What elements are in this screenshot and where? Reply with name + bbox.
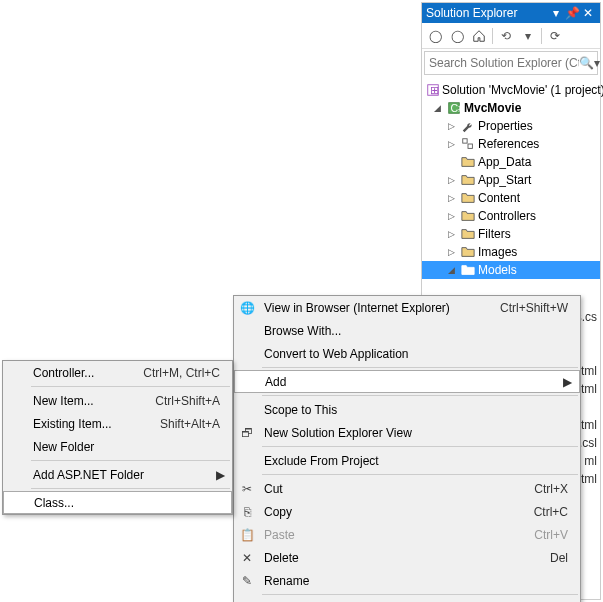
dropdown-icon[interactable]: ▾ (548, 6, 564, 20)
menu-label: Paste (260, 528, 534, 542)
panel-title-label: Solution Explorer (426, 6, 548, 20)
tree-node-app_start[interactable]: ▷App_Start (422, 171, 600, 189)
context-menu-add: Controller...Ctrl+M, Ctrl+CNew Item...Ct… (2, 360, 233, 515)
forward-icon[interactable]: ◯ (448, 27, 466, 45)
menu-item-cut[interactable]: ✂CutCtrl+X (234, 477, 580, 500)
menu-label: Controller... (29, 366, 143, 380)
menu-label: New Solution Explorer View (260, 426, 574, 440)
pin-icon[interactable]: 📌 (564, 6, 580, 20)
menu-item-view-in-browser-internet-explorer-[interactable]: 🌐View in Browser (Internet Explorer)Ctrl… (234, 296, 580, 319)
menu-label: View in Browser (Internet Explorer) (260, 301, 500, 315)
browser-icon: 🌐 (234, 301, 260, 315)
newview-icon: 🗗 (234, 426, 260, 440)
tree-node-content[interactable]: ▷Content (422, 189, 600, 207)
menu-shortcut: Ctrl+C (534, 505, 574, 519)
copy-icon: ⎘ (234, 505, 260, 519)
tree-node-controllers[interactable]: ▷Controllers (422, 207, 600, 225)
menu-separator (262, 446, 578, 447)
tree-node-models[interactable]: ◢Models (422, 261, 600, 279)
menu-item-new-solution-explorer-view[interactable]: 🗗New Solution Explorer View (234, 421, 580, 444)
menu-item-controller-[interactable]: Controller...Ctrl+M, Ctrl+C (3, 361, 232, 384)
svg-text:C#: C# (451, 102, 462, 114)
svg-text:⊞: ⊞ (430, 84, 439, 96)
menu-item-open-folder-in-file-explorer[interactable]: 📂Open Folder in File Explorer (234, 597, 580, 602)
tree-node-properties[interactable]: ▷Properties (422, 117, 600, 135)
panel-titlebar: Solution Explorer ▾ 📌 ✕ (422, 3, 600, 23)
menu-label: Add ASP.NET Folder (29, 468, 216, 482)
close-icon[interactable]: ✕ (580, 6, 596, 20)
tree-node-filters[interactable]: ▷Filters (422, 225, 600, 243)
refresh-icon[interactable]: ⟳ (546, 27, 564, 45)
project-node[interactable]: ◢C#MvcMovie (422, 99, 600, 117)
menu-label: Existing Item... (29, 417, 160, 431)
tree-node-app_data[interactable]: App_Data (422, 153, 600, 171)
rename-icon: ✎ (234, 574, 260, 588)
search-input[interactable] (429, 56, 579, 70)
menu-item-add-asp-net-folder[interactable]: Add ASP.NET Folder▶ (3, 463, 232, 486)
menu-item-new-item-[interactable]: New Item...Ctrl+Shift+A (3, 389, 232, 412)
menu-separator (31, 488, 230, 489)
cut-icon: ✂ (234, 482, 260, 496)
menu-shortcut: Ctrl+X (534, 482, 574, 496)
menu-shortcut: Shift+Alt+A (160, 417, 226, 431)
menu-label: Delete (260, 551, 550, 565)
menu-shortcut: Ctrl+Shift+W (500, 301, 574, 315)
menu-label: New Folder (29, 440, 226, 454)
search-dropdown-icon[interactable]: ▾ (594, 56, 600, 70)
menu-item-paste[interactable]: 📋PasteCtrl+V (234, 523, 580, 546)
svg-rect-4 (463, 139, 467, 143)
menu-label: Scope to This (260, 403, 574, 417)
menu-shortcut: Ctrl+V (534, 528, 574, 542)
search-icon[interactable]: 🔍 (579, 56, 594, 70)
submenu-arrow-icon: ▶ (563, 375, 573, 389)
menu-separator (262, 594, 578, 595)
submenu-arrow-icon: ▶ (216, 468, 226, 482)
menu-separator (31, 460, 230, 461)
menu-item-scope-to-this[interactable]: Scope to This (234, 398, 580, 421)
menu-label: Class... (30, 496, 225, 510)
delete-icon: ✕ (234, 551, 260, 565)
menu-label: Copy (260, 505, 534, 519)
menu-label: Rename (260, 574, 574, 588)
paste-icon: 📋 (234, 528, 260, 542)
tree-node-images[interactable]: ▷Images (422, 243, 600, 261)
dropdown-icon[interactable]: ▾ (519, 27, 537, 45)
solution-tree: ⊞Solution 'MvcMovie' (1 project)◢C#MvcMo… (422, 77, 600, 283)
tree-node-references[interactable]: ▷References (422, 135, 600, 153)
menu-item-add[interactable]: Add▶ (234, 370, 580, 393)
sync-icon[interactable]: ⟲ (497, 27, 515, 45)
menu-separator (262, 395, 578, 396)
context-menu-main: 🌐View in Browser (Internet Explorer)Ctrl… (233, 295, 581, 602)
menu-item-existing-item-[interactable]: Existing Item...Shift+Alt+A (3, 412, 232, 435)
home-icon[interactable] (470, 27, 488, 45)
menu-item-delete[interactable]: ✕DeleteDel (234, 546, 580, 569)
menu-shortcut: Del (550, 551, 574, 565)
search-box[interactable]: 🔍 ▾ (424, 51, 598, 75)
menu-label: New Item... (29, 394, 155, 408)
panel-toolbar: ◯ ◯ ⟲ ▾ ⟳ (422, 23, 600, 49)
svg-rect-5 (468, 144, 472, 148)
menu-separator (31, 386, 230, 387)
menu-shortcut: Ctrl+M, Ctrl+C (143, 366, 226, 380)
menu-label: Convert to Web Application (260, 347, 574, 361)
menu-item-rename[interactable]: ✎Rename (234, 569, 580, 592)
menu-label: Browse With... (260, 324, 574, 338)
menu-separator (262, 367, 578, 368)
menu-item-convert-to-web-application[interactable]: Convert to Web Application (234, 342, 580, 365)
menu-shortcut: Ctrl+Shift+A (155, 394, 226, 408)
menu-item-class-[interactable]: Class... (3, 491, 232, 514)
menu-label: Exclude From Project (260, 454, 574, 468)
menu-item-browse-with-[interactable]: Browse With... (234, 319, 580, 342)
solution-node[interactable]: ⊞Solution 'MvcMovie' (1 project) (422, 81, 600, 99)
menu-label: Add (261, 375, 563, 389)
menu-separator (262, 474, 578, 475)
menu-item-copy[interactable]: ⎘CopyCtrl+C (234, 500, 580, 523)
menu-label: Cut (260, 482, 534, 496)
menu-item-exclude-from-project[interactable]: Exclude From Project (234, 449, 580, 472)
menu-item-new-folder[interactable]: New Folder (3, 435, 232, 458)
back-icon[interactable]: ◯ (426, 27, 444, 45)
